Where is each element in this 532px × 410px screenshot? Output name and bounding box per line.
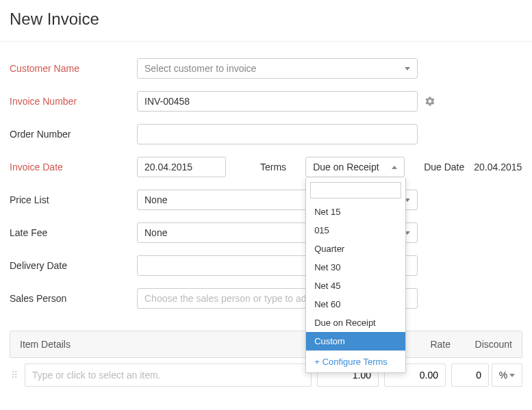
chevron-up-icon [392, 166, 397, 169]
terms-option[interactable]: Net 45 [306, 277, 405, 295]
terms-option[interactable]: Due on Receipt [306, 313, 405, 332]
drag-handle-icon[interactable]: ⠿ [10, 370, 19, 381]
line-items-section: Item Details Rate Discount ⠿ % [0, 331, 532, 392]
invoice-number-label: Invoice Number [10, 96, 137, 107]
order-number-input[interactable] [137, 124, 418, 144]
price-list-value: None [144, 194, 167, 205]
terms-option[interactable]: Net 60 [306, 295, 405, 313]
price-list-label: Price List [10, 194, 137, 205]
chevron-down-icon [405, 67, 410, 71]
line-item-row: ⠿ % [10, 358, 522, 392]
order-number-label: Order Number [10, 129, 137, 140]
dropdown-search-input[interactable] [310, 182, 401, 198]
invoice-number-input[interactable] [137, 91, 418, 112]
terms-select[interactable]: Due on Receipt Net 15015QuarterNet 30Net… [305, 157, 405, 177]
plus-icon: + [314, 357, 320, 367]
gear-icon[interactable] [425, 96, 435, 107]
due-date-value: 20.04.2015 [474, 162, 522, 172]
terms-label: Terms [260, 162, 286, 172]
terms-option[interactable]: Quarter [306, 240, 405, 258]
header-rate: Rate [403, 339, 451, 350]
chevron-down-icon [509, 374, 515, 377]
discount-unit-value: % [499, 370, 507, 381]
item-table-header: Item Details Rate Discount [10, 331, 522, 358]
due-date-label: Due Date [424, 162, 464, 172]
customer-name-label: Customer Name [10, 63, 137, 74]
invoice-date-label: Invoice Date [10, 162, 137, 172]
late-fee-value: None [144, 227, 167, 238]
terms-option[interactable]: Net 15 [306, 203, 405, 221]
dropdown-search-wrap [306, 178, 405, 203]
sales-person-label: Sales Person [10, 293, 137, 304]
configure-terms-label: Configure Terms [322, 357, 388, 367]
terms-option[interactable]: 015 [306, 221, 405, 240]
configure-terms-link[interactable]: +Configure Terms [306, 350, 405, 372]
discount-unit-select[interactable]: % [492, 363, 522, 387]
page-title: New Invoice [0, 0, 532, 41]
delivery-date-label: Delivery Date [10, 260, 137, 271]
terms-selected-value: Due on Receipt [313, 162, 379, 172]
invoice-date-input[interactable] [137, 157, 226, 177]
late-fee-label: Late Fee [10, 227, 137, 238]
header-discount: Discount [451, 339, 512, 350]
customer-select-placeholder: Select customer to invoice [144, 63, 256, 74]
item-discount-input[interactable] [451, 363, 489, 387]
item-details-input[interactable] [25, 363, 312, 387]
terms-dropdown: Net 15015QuarterNet 30Net 45Net 60Due on… [305, 178, 406, 373]
terms-option[interactable]: Custom [306, 332, 405, 350]
customer-select[interactable]: Select customer to invoice [137, 58, 418, 79]
terms-option[interactable]: Net 30 [306, 258, 405, 277]
invoice-form: Customer Name Select customer to invoice… [0, 42, 532, 331]
